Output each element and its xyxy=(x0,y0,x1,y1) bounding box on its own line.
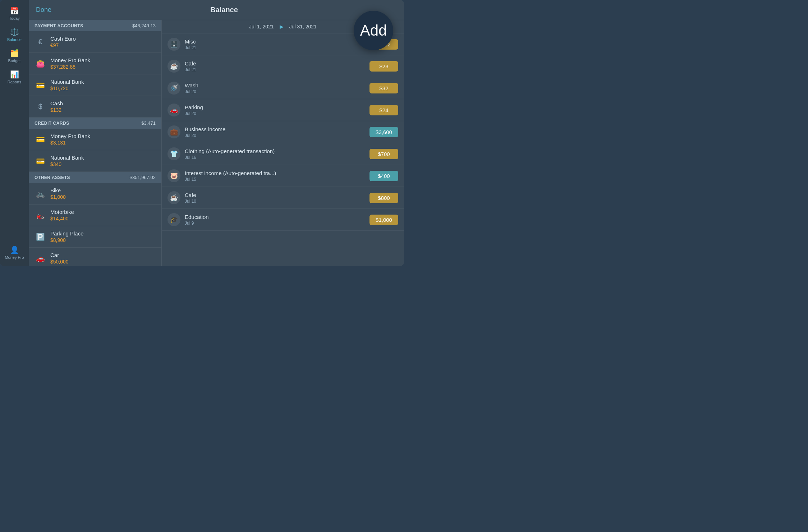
sidebar-item-balance[interactable]: ⚖️ Balance xyxy=(2,25,27,45)
sidebar-label-money-pro: Money Pro xyxy=(5,255,24,260)
transaction-date-business: Jul 20 xyxy=(185,133,365,138)
sidebar-label-today: Today xyxy=(9,16,19,20)
transaction-clothing[interactable]: 👕 Clothing (Auto-generated transaction) … xyxy=(162,143,404,165)
sidebar-label-balance: Balance xyxy=(7,37,22,42)
amount-education: $1,000 xyxy=(369,215,398,225)
account-info-cc-money-pro: Money Pro Bank $3,131 xyxy=(50,133,156,146)
sidebar-item-today[interactable]: 📅 Today xyxy=(2,4,27,23)
transaction-date-clothing: Jul 16 xyxy=(185,155,365,160)
sidebar-item-reports[interactable]: 📊 Reports xyxy=(2,67,27,87)
transaction-wash[interactable]: 🚿 Wash Jul 20 $32 xyxy=(162,77,404,99)
add-button-label: Add xyxy=(360,22,387,39)
cafe-icon-2: ☕ xyxy=(167,191,180,204)
transaction-name-cafe-2: Cafe xyxy=(185,192,365,198)
transactions-list: 🗄️ Misc Jul 21 $8.12 ☕ Cafe Jul 21 xyxy=(162,33,404,266)
account-cash[interactable]: $ Cash $132 xyxy=(29,96,161,118)
account-balance-cc-money-pro: $3,131 xyxy=(50,140,156,146)
account-cash-euro[interactable]: € Cash Euro €97 xyxy=(29,31,161,53)
transaction-info-misc: Misc Jul 21 xyxy=(185,38,365,50)
amount-cafe-1: $23 xyxy=(369,61,398,72)
payment-accounts-title: PAYMENT ACCOUNTS xyxy=(35,23,83,28)
transaction-date-parking: Jul 20 xyxy=(185,111,365,116)
account-info-bike: Bike $1,000 xyxy=(50,187,156,200)
transaction-name-interest: Interest income (Auto-generated tra...) xyxy=(185,170,365,176)
transaction-parking[interactable]: 🚗 Parking Jul 20 $24 xyxy=(162,99,404,121)
account-national-bank[interactable]: 💳 National Bank $10,720 xyxy=(29,74,161,96)
credit-card-icon-2: 💳 xyxy=(35,155,46,167)
account-bike[interactable]: 🚲 Bike $1,000 xyxy=(29,183,161,205)
account-name-national-bank: National Bank xyxy=(50,79,156,85)
main-content: Done Balance PAYMENT ACCOUNTS $48,249.13… xyxy=(29,0,404,266)
credit-cards-header: CREDIT CARDS $3,471 xyxy=(29,118,161,129)
account-balance-cash: $132 xyxy=(50,107,156,113)
euro-icon: € xyxy=(35,36,46,48)
account-name-bike: Bike xyxy=(50,187,156,193)
transaction-info-cafe-2: Cafe Jul 10 xyxy=(185,192,365,204)
sidebar-label-reports: Reports xyxy=(8,80,22,84)
transaction-info-business: Business income Jul 20 xyxy=(185,126,365,138)
account-balance-parking-place: $8,900 xyxy=(50,237,156,243)
transaction-info-parking: Parking Jul 20 xyxy=(185,104,365,116)
account-balance-bike: $1,000 xyxy=(50,194,156,200)
transaction-interest[interactable]: 🐷 Interest income (Auto-generated tra...… xyxy=(162,165,404,187)
sidebar-item-budget[interactable]: 🗂️ Budget xyxy=(2,46,27,66)
credit-cards-title: CREDIT CARDS xyxy=(35,121,69,126)
other-assets-title: OTHER ASSETS xyxy=(35,175,70,180)
transaction-info-clothing: Clothing (Auto-generated transaction) Ju… xyxy=(185,148,365,160)
other-assets-header: OTHER ASSETS $351,967.02 xyxy=(29,172,161,183)
user-icon: 👤 xyxy=(10,246,19,254)
interest-icon: 🐷 xyxy=(167,169,180,182)
transaction-name-cafe-1: Cafe xyxy=(185,60,365,66)
car-icon: 🚗 xyxy=(35,253,46,264)
calendar-icon: 📅 xyxy=(10,6,19,15)
transaction-name-misc: Misc xyxy=(185,38,365,45)
payment-accounts-header: PAYMENT ACCOUNTS $48,249.13 xyxy=(29,20,161,31)
header: Done Balance xyxy=(29,0,404,20)
done-button[interactable]: Done xyxy=(36,6,51,14)
sidebar-item-money-pro[interactable]: 👤 Money Pro xyxy=(2,243,27,262)
account-motorbike[interactable]: 🏍️ Motorbike $14,400 xyxy=(29,205,161,226)
transaction-info-cafe-1: Cafe Jul 21 xyxy=(185,60,365,72)
parking-icon: 🅿️ xyxy=(35,231,46,243)
transaction-date-cafe-2: Jul 10 xyxy=(185,199,365,204)
accounts-panel: PAYMENT ACCOUNTS $48,249.13 € Cash Euro … xyxy=(29,20,162,266)
bike-icon: 🚲 xyxy=(35,188,46,200)
transaction-business-income[interactable]: 💼 Business income Jul 20 $3,600 xyxy=(162,121,404,143)
account-info-national-bank: National Bank $10,720 xyxy=(50,79,156,91)
account-cc-national-bank[interactable]: 💳 National Bank $340 xyxy=(29,150,161,172)
transaction-date-interest: Jul 15 xyxy=(185,177,365,182)
reports-icon: 📊 xyxy=(10,70,19,79)
account-money-pro-bank[interactable]: 👛 Money Pro Bank $37,282.88 xyxy=(29,53,161,74)
amount-interest: $400 xyxy=(369,171,398,181)
amount-parking: $24 xyxy=(369,105,398,115)
amount-business: $3,600 xyxy=(369,127,398,137)
transaction-info-interest: Interest income (Auto-generated tra...) … xyxy=(185,170,365,182)
business-icon: 💼 xyxy=(167,125,180,138)
transaction-name-wash: Wash xyxy=(185,82,365,88)
transaction-cafe-2[interactable]: ☕ Cafe Jul 10 $800 xyxy=(162,187,404,209)
transaction-cafe-1[interactable]: ☕ Cafe Jul 21 $23 xyxy=(162,55,404,77)
education-icon: 🎓 xyxy=(167,213,180,226)
account-balance-cc-national-bank: $340 xyxy=(50,161,156,167)
wallet-icon: 👛 xyxy=(35,58,46,69)
account-car[interactable]: 🚗 Car $50,000 xyxy=(29,248,161,266)
account-info-motorbike: Motorbike $14,400 xyxy=(50,209,156,221)
payment-accounts-total: $48,249.13 xyxy=(132,23,156,28)
amount-wash: $32 xyxy=(369,83,398,93)
date-start: Jul 1, 2021 xyxy=(249,24,274,29)
account-info-money-pro-bank: Money Pro Bank $37,282.88 xyxy=(50,57,156,70)
account-info-cc-national-bank: National Bank $340 xyxy=(50,155,156,167)
balance-icon: ⚖️ xyxy=(10,28,19,36)
account-name-cash-euro: Cash Euro xyxy=(50,36,156,42)
add-button[interactable]: Add xyxy=(354,11,393,50)
account-name-money-pro-bank: Money Pro Bank xyxy=(50,57,156,63)
account-name-motorbike: Motorbike xyxy=(50,209,156,215)
content-area: PAYMENT ACCOUNTS $48,249.13 € Cash Euro … xyxy=(29,20,404,266)
transaction-date-misc: Jul 21 xyxy=(185,45,365,50)
account-cc-money-pro[interactable]: 💳 Money Pro Bank $3,131 xyxy=(29,129,161,150)
account-parking-place[interactable]: 🅿️ Parking Place $8,900 xyxy=(29,226,161,248)
transaction-education[interactable]: 🎓 Education Jul 9 $1,000 xyxy=(162,209,404,231)
account-info-cash-euro: Cash Euro €97 xyxy=(50,36,156,48)
clothing-icon: 👕 xyxy=(167,147,180,160)
transaction-date-wash: Jul 20 xyxy=(185,89,365,94)
